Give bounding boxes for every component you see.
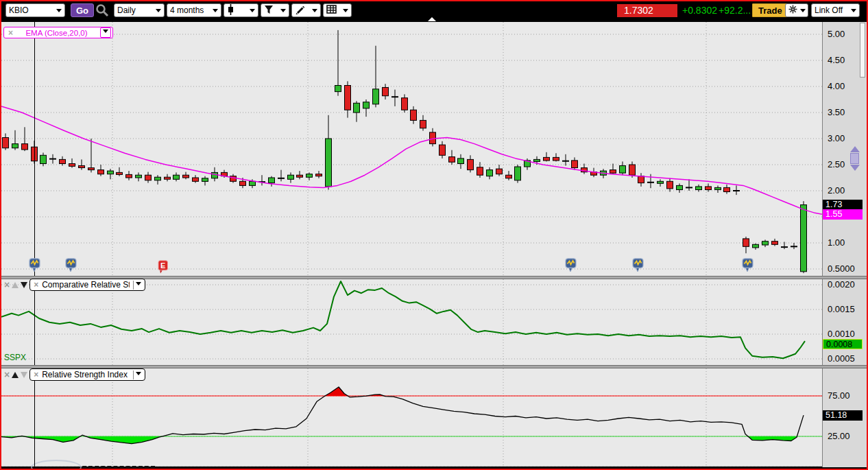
rsi-axis-tick: 75.00 <box>828 390 850 401</box>
earnings-event-icon[interactable]: E <box>158 260 169 274</box>
ema-value-tag: 1.55 <box>823 209 863 220</box>
chart-style-dropdown[interactable] <box>224 3 258 17</box>
rsi-label: Relative Strength Index (... <box>42 370 130 379</box>
period-dropdown[interactable]: Daily <box>114 3 165 17</box>
price-axis-tick: 0.5000 <box>828 263 855 274</box>
rsi-value-tag: 51.18 <box>823 410 863 421</box>
range-dropdown[interactable]: 4 months <box>167 3 221 17</box>
price-axis-tick: 3.00 <box>828 133 845 143</box>
price-axis-tick: 1.00 <box>828 237 845 248</box>
rsi-indicator-dropdown[interactable]: × Relative Strength Index (... <box>29 368 145 381</box>
price-axis-tick: 4.00 <box>828 81 845 91</box>
chevron-down-icon <box>100 27 111 38</box>
gear-icon <box>788 5 797 16</box>
symbol-value: KBIO <box>9 5 53 15</box>
settings-dropdown[interactable] <box>785 3 808 17</box>
filter-dropdown[interactable] <box>261 3 289 17</box>
chevron-down-icon <box>133 281 143 290</box>
rsi-panel[interactable] <box>1 368 822 467</box>
symbol-combobox[interactable]: KBIO <box>5 3 65 17</box>
crs-label: Comparative Relative Str... <box>42 280 130 290</box>
chevron-down-icon <box>312 9 317 15</box>
price-axis-tick: 5.00 <box>828 29 845 39</box>
close-icon[interactable]: × <box>8 28 13 38</box>
crs-value-tag: 0.0008 <box>823 339 863 349</box>
link-value: Link Off <box>815 5 848 15</box>
crs-axis-tick: 0.0020 <box>828 279 855 290</box>
crs-axis-tick: 0.0010 <box>828 329 855 339</box>
chevron-down-icon <box>56 9 62 15</box>
chevron-down-icon <box>156 9 161 15</box>
close-panel-icon[interactable]: × <box>4 370 10 379</box>
move-panel-down-icon[interactable] <box>21 282 27 288</box>
trade-button[interactable]: Trade <box>752 3 788 17</box>
comparison-symbol-label: SSPX <box>4 353 26 362</box>
scroll-down-icon[interactable] <box>850 165 860 171</box>
news-event-icon[interactable] <box>632 258 644 272</box>
watermark-ellipse <box>31 460 82 470</box>
link-dropdown[interactable]: Link Off <box>811 3 860 17</box>
chevron-down-icon <box>213 9 218 15</box>
funnel-icon <box>264 5 274 16</box>
close-icon[interactable]: × <box>34 370 38 379</box>
chevron-down-icon <box>800 9 806 15</box>
chevron-down-icon <box>851 9 856 15</box>
news-event-icon[interactable] <box>565 258 577 272</box>
price-axis-tick: 2.50 <box>828 159 845 169</box>
news-event-icon[interactable] <box>65 258 77 272</box>
svg-text:E: E <box>160 261 165 270</box>
candlestick-icon <box>227 4 234 17</box>
close-panel-icon[interactable]: × <box>4 280 10 290</box>
move-panel-down-icon[interactable] <box>21 372 27 378</box>
chevron-down-icon <box>250 9 255 15</box>
date-axis-mark <box>82 466 155 468</box>
chevron-down-icon <box>280 9 286 15</box>
scroll-up-icon[interactable] <box>850 146 860 152</box>
value-axis[interactable]: 5.004.504.003.503.002.502.001.501.000.50… <box>822 22 867 467</box>
price-axis-tick: 2.00 <box>828 185 845 196</box>
crosshair-vertical-line <box>34 22 35 467</box>
last-price-display: 1.7302 <box>617 4 677 17</box>
price-axis-tick: 4.50 <box>828 55 845 65</box>
ema-label: EMA (Close,20,0) <box>16 29 97 37</box>
crs-axis-tick: 0.0005 <box>828 353 855 364</box>
search-icon[interactable] <box>95 3 109 17</box>
chevron-down-icon <box>343 9 348 15</box>
chevron-down-icon <box>133 371 143 379</box>
period-value: Daily <box>117 5 153 15</box>
axis-scroll-control[interactable] <box>849 146 860 171</box>
more-data-above-icon[interactable] <box>428 17 436 21</box>
news-event-icon[interactable] <box>29 258 40 272</box>
go-button[interactable]: Go <box>71 3 94 17</box>
price-chart-plot <box>1 22 822 276</box>
rsi-plot <box>1 368 822 467</box>
chart-window: KBIO Go Daily 4 months 1.7302 +0.8302 +9… <box>0 0 868 470</box>
range-value: 4 months <box>170 5 210 15</box>
close-icon[interactable]: × <box>34 280 38 290</box>
news-event-icon[interactable] <box>742 258 754 272</box>
move-panel-up-icon[interactable] <box>12 282 19 288</box>
price-change-percent: +92.2... <box>719 5 751 16</box>
crs-indicator-dropdown[interactable]: × Comparative Relative Str... <box>29 279 145 291</box>
vertical-scrollbar[interactable] <box>860 23 865 78</box>
draw-dropdown[interactable] <box>291 3 321 17</box>
ema-indicator-dropdown[interactable]: × EMA (Close,20,0) <box>3 27 113 38</box>
price-change: +0.8302 <box>682 5 717 16</box>
crs-panel[interactable] <box>1 279 822 365</box>
price-chart-panel[interactable] <box>1 22 822 276</box>
table-icon <box>326 5 337 16</box>
scroll-thumb[interactable] <box>850 153 859 164</box>
price-axis-tick: 3.50 <box>828 107 845 117</box>
rsi-axis-tick: 25.00 <box>828 431 850 441</box>
crs-axis-tick: 0.0015 <box>828 304 855 314</box>
crs-panel-header: × × Comparative Relative Str... <box>4 279 145 291</box>
pencil-icon <box>295 4 305 16</box>
move-panel-up-icon[interactable] <box>12 372 19 378</box>
crs-plot <box>1 279 822 365</box>
rsi-panel-header: × × Relative Strength Index (... <box>4 368 145 381</box>
grid-view-dropdown[interactable] <box>323 3 352 17</box>
